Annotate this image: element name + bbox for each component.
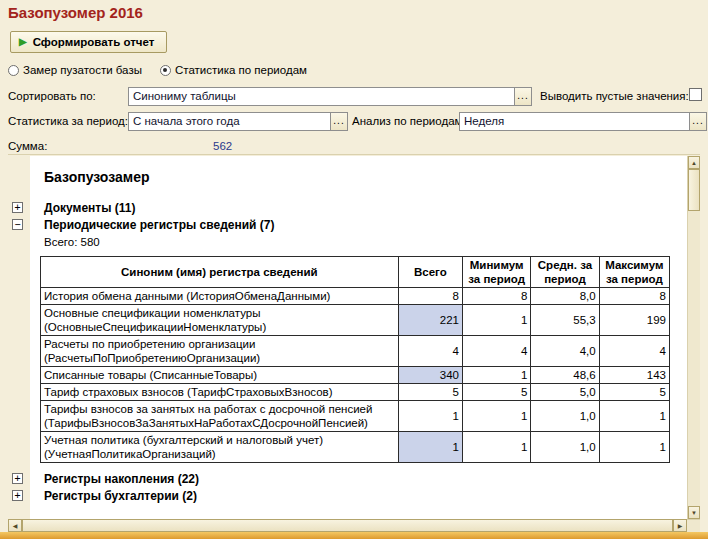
value-cell: 1,0 [531, 401, 599, 432]
scroll-right-icon[interactable]: ▶ [673, 519, 687, 532]
horizontal-scroll-thumb[interactable] [22, 519, 673, 532]
section-periodic-registers: Периодические регистры сведений (7) [30, 217, 687, 234]
mode-radio-group: Замер пузатости базы Статистика по перио… [8, 62, 307, 78]
mode-radio-period-stats-label: Статистика по периодам [175, 64, 307, 76]
vertical-scrollbar[interactable]: ▲ ▼ [687, 156, 700, 519]
column-header: Синоним (имя) регистра сведений [41, 257, 399, 288]
play-icon: ▶ [19, 37, 27, 47]
section-accumulation-registers: Регистры накопления (22) [30, 471, 687, 488]
table-row: Списанные товары (СписанныеТовары)340148… [41, 367, 670, 384]
register-name-cell: Тарифы взносов за занятых на работах с д… [41, 401, 399, 432]
table-header-row: Синоним (имя) регистра сведенийВсегоМини… [41, 257, 670, 288]
sum-value: 562 [213, 140, 232, 152]
section-accounting-registers: Регистры бухгалтерии (2) [30, 488, 687, 505]
value-cell: 143 [599, 367, 669, 384]
value-cell: 4 [398, 336, 462, 367]
register-name-cell: Расчеты по приобретению организации (Рас… [41, 336, 399, 367]
section-documents: Документы (11) [30, 200, 687, 217]
radio-circle-icon [160, 65, 171, 76]
column-header: Максимум за период [599, 257, 669, 288]
value-cell: 5 [463, 384, 531, 401]
register-name-cell: Тариф страховых взносов (ТарифСтраховыхВ… [41, 384, 399, 401]
analysis-period-picker-button[interactable]: ... [690, 112, 707, 131]
report-panel: Базопузозамер + Документы (11) − Периоди… [8, 154, 700, 532]
value-cell: 1 [463, 432, 531, 463]
expand-toggle-accounting-icon[interactable]: + [12, 490, 23, 501]
column-header: Средн. за период [531, 257, 599, 288]
value-cell: 1,0 [531, 432, 599, 463]
value-cell: 8 [398, 288, 462, 305]
generate-report-button[interactable]: ▶ Сформировать отчет [10, 31, 167, 53]
register-name-cell: Списанные товары (СписанныеТовары) [41, 367, 399, 384]
stats-period-picker-button[interactable]: ... [331, 112, 348, 131]
value-cell: 1 [599, 401, 669, 432]
value-cell: 4 [599, 336, 669, 367]
table-row: Расчеты по приобретению организации (Рас… [41, 336, 670, 367]
radio-circle-icon [8, 65, 19, 76]
register-name-cell: Основные спецификации номенклатуры (Осно… [41, 305, 399, 336]
column-header: Минимум за период [463, 257, 531, 288]
value-cell: 1 [599, 432, 669, 463]
show-empty-label: Выводить пустые значения: [540, 90, 689, 102]
value-cell: 55,3 [531, 305, 599, 336]
value-cell: 4 [463, 336, 531, 367]
expand-toggle-documents-icon[interactable]: + [12, 202, 23, 213]
value-cell: 340 [398, 367, 462, 384]
vertical-scroll-thumb[interactable] [688, 169, 700, 211]
value-cell: 5 [599, 384, 669, 401]
value-cell: 221 [398, 305, 462, 336]
sort-by-label: Сортировать по: [8, 90, 96, 102]
value-cell: 1 [398, 432, 462, 463]
vertical-scroll-track[interactable] [688, 211, 700, 506]
collapse-toggle-periodic-icon[interactable]: − [12, 219, 23, 230]
show-empty-checkbox[interactable] [689, 88, 702, 101]
register-name-cell: Учетная политика (бухгалтерский и налого… [41, 432, 399, 463]
scroll-up-icon[interactable]: ▲ [688, 156, 700, 169]
window-bottom-edge [0, 532, 708, 539]
analysis-period-label: Анализ по периодам: [352, 115, 466, 127]
analysis-period-field[interactable]: Неделя [459, 112, 690, 131]
value-cell: 1 [463, 305, 531, 336]
value-cell: 5,0 [531, 384, 599, 401]
report-title: Базопузозамер [30, 164, 687, 190]
value-cell: 1 [398, 401, 462, 432]
value-cell: 8 [599, 288, 669, 305]
generate-report-label: Сформировать отчет [33, 36, 155, 48]
value-cell: 199 [599, 305, 669, 336]
column-header: Всего [398, 257, 462, 288]
value-cell: 5 [398, 384, 462, 401]
mode-radio-db-size-label: Замер пузатости базы [23, 64, 142, 76]
page-title: Базопузомер 2016 [8, 4, 143, 21]
register-name-cell: История обмена данными (ИсторияОбменаДан… [41, 288, 399, 305]
value-cell: 1 [463, 401, 531, 432]
value-cell: 4,0 [531, 336, 599, 367]
scrollbar-corner [687, 519, 700, 532]
table-row: Учетная политика (бухгалтерский и налого… [41, 432, 670, 463]
table-row: Тариф страховых взносов (ТарифСтраховыхВ… [41, 384, 670, 401]
mode-radio-db-size[interactable]: Замер пузатости базы [8, 64, 142, 76]
sort-by-field[interactable]: Синониму таблицы [128, 87, 515, 106]
table-body: История обмена данными (ИсторияОбменаДан… [41, 288, 670, 463]
table-row: История обмена данными (ИсторияОбменаДан… [41, 288, 670, 305]
table-row: Тарифы взносов за занятых на работах с д… [41, 401, 670, 432]
scroll-left-icon[interactable]: ◀ [8, 519, 22, 532]
value-cell: 48,6 [531, 367, 599, 384]
report-sheet: Базопузозамер + Документы (11) − Периоди… [8, 156, 687, 519]
mode-radio-period-stats[interactable]: Статистика по периодам [160, 64, 307, 76]
stats-period-field[interactable]: С начала этого года [128, 112, 331, 131]
value-cell: 1 [463, 367, 531, 384]
sort-by-picker-button[interactable]: ... [515, 87, 532, 106]
sum-label: Сумма: [8, 140, 47, 152]
scroll-down-icon[interactable]: ▼ [688, 506, 700, 519]
expand-toggle-accumulation-icon[interactable]: + [12, 473, 23, 484]
registers-table: Синоним (имя) регистра сведенийВсегоМини… [40, 256, 670, 463]
horizontal-scrollbar[interactable]: ◀ ▶ [8, 519, 700, 532]
table-row: Основные спецификации номенклатуры (Осно… [41, 305, 670, 336]
value-cell: 8,0 [531, 288, 599, 305]
section-total: Всего: 580 [30, 234, 687, 250]
value-cell: 8 [463, 288, 531, 305]
stats-period-label: Статистика за период: [8, 115, 128, 127]
